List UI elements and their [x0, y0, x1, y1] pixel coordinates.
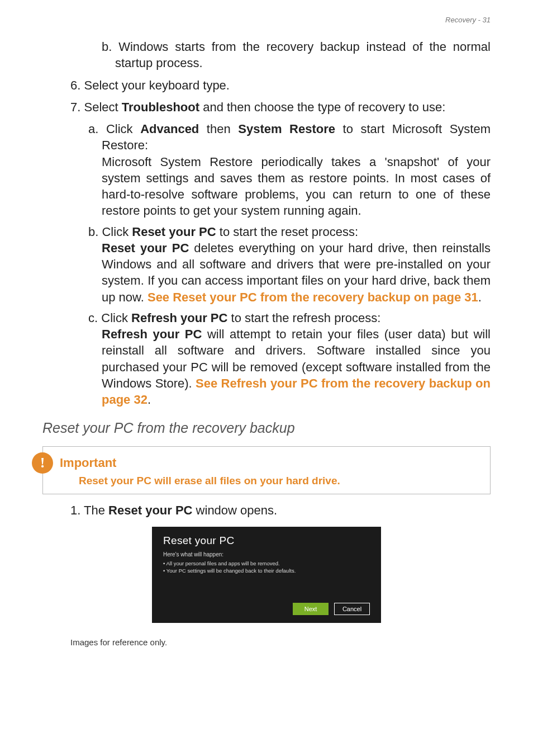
- list-text-part: and then choose the type of recovery to …: [199, 100, 445, 114]
- dialog-bullets: • All your personal files and apps will …: [163, 560, 370, 575]
- footnote-text: Images for reference only.: [42, 637, 491, 647]
- paragraph-text: Microsoft System Restore periodically ta…: [102, 154, 491, 219]
- list-text-part: .: [478, 290, 482, 304]
- section-heading: Reset your PC from the recovery backup: [42, 420, 491, 436]
- list-text: Windows starts from the recovery backup …: [115, 40, 491, 70]
- list-prefix: c.: [88, 311, 98, 325]
- bold-text: Refresh your PC: [131, 311, 227, 325]
- list-prefix: 7.: [70, 100, 80, 114]
- list-item: c. Click Refresh your PC to start the re…: [42, 310, 491, 408]
- dialog-button-row: Next Cancel: [163, 603, 370, 615]
- bold-text: Refresh your PC: [102, 327, 202, 341]
- list-prefix: b.: [88, 225, 98, 239]
- bold-text: Troubleshoot: [122, 100, 199, 114]
- bold-text: Advanced: [140, 122, 199, 136]
- list-text-part: to start the reset process:: [216, 225, 358, 239]
- list-text-part: window opens.: [193, 503, 278, 517]
- list-text-part: Select: [84, 100, 121, 114]
- list-text: Select your keyboard type.: [84, 78, 229, 92]
- list-text-part: Click: [106, 122, 140, 136]
- dialog-illustration: Reset your PC Here's what will happen: •…: [42, 527, 491, 623]
- list-text-part: to start the refresh process:: [227, 311, 380, 325]
- page-header-right: Recovery - 31: [42, 16, 491, 24]
- cross-reference-link[interactable]: See Reset your PC from the recovery back…: [147, 290, 478, 304]
- list-prefix: a.: [88, 122, 98, 136]
- list-item: 1. The Reset your PC window opens.: [42, 502, 491, 518]
- bold-text: Reset your PC: [102, 241, 189, 255]
- list-text-part: .: [147, 393, 151, 407]
- list-text-part: Click: [98, 311, 131, 325]
- paragraph-text: Refresh your PC will attempt to retain y…: [102, 326, 491, 408]
- dialog-bullet: • All your personal files and apps will …: [163, 560, 370, 568]
- important-title-row: ! Important: [51, 452, 482, 474]
- dialog-subtitle: Here's what will happen:: [163, 551, 370, 557]
- cancel-button[interactable]: Cancel: [334, 603, 370, 615]
- list-prefix: b.: [102, 40, 112, 54]
- next-button[interactable]: Next: [293, 603, 329, 615]
- list-text-part: Click: [102, 225, 132, 239]
- important-text: Reset your PC will erase all files on yo…: [79, 475, 482, 487]
- list-item: a. Click Advanced then System Restore to…: [42, 121, 491, 219]
- list-prefix: 1.: [70, 503, 80, 517]
- list-prefix: 6.: [70, 78, 80, 92]
- list-text-part: The: [84, 503, 108, 517]
- dialog-title: Reset your PC: [163, 535, 370, 547]
- important-callout: ! Important Reset your PC will erase all…: [42, 446, 491, 494]
- list-item: 6. Select your keyboard type.: [42, 77, 491, 93]
- important-title: Important: [60, 456, 116, 470]
- list-item: b. Windows starts from the recovery back…: [42, 39, 491, 72]
- list-text-part: then: [199, 122, 238, 136]
- bold-text: Reset your PC: [132, 225, 216, 239]
- page: Recovery - 31 b. Windows starts from the…: [0, 0, 533, 756]
- list-item: b. Click Reset your PC to start the rese…: [42, 224, 491, 305]
- reset-pc-dialog: Reset your PC Here's what will happen: •…: [152, 527, 381, 623]
- dialog-bullet: • Your PC settings will be changed back …: [163, 567, 370, 575]
- alert-icon: !: [32, 452, 53, 474]
- bold-text: System Restore: [238, 122, 335, 136]
- list-item: 7. Select Troubleshoot and then choose t…: [42, 99, 491, 115]
- paragraph-text: Reset your PC deletes everything on your…: [102, 240, 491, 305]
- bold-text: Reset your PC: [108, 503, 192, 517]
